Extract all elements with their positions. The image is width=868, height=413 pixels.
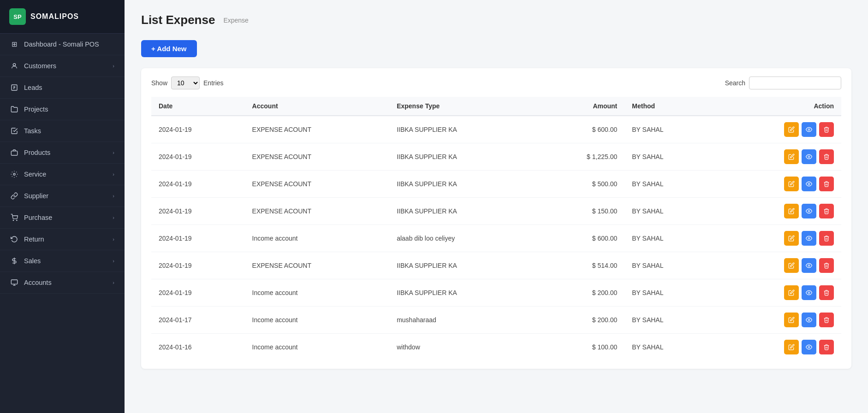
cell-actions	[715, 279, 841, 307]
view-button[interactable]	[802, 231, 816, 246]
cell-amount: $ 150.00	[536, 198, 624, 225]
view-button[interactable]	[802, 285, 816, 300]
edit-button[interactable]	[784, 313, 799, 327]
cell-amount: $ 100.00	[536, 334, 624, 361]
cell-method: BY SAHAL	[624, 143, 715, 171]
delete-button[interactable]	[819, 204, 834, 218]
cell-amount: $ 200.00	[536, 307, 624, 334]
svg-rect-10	[11, 280, 17, 284]
edit-button[interactable]	[784, 340, 799, 354]
view-button[interactable]	[802, 313, 816, 327]
sales-icon	[10, 257, 18, 265]
chevron-right-icon: ›	[113, 63, 114, 69]
edit-button[interactable]	[784, 149, 799, 164]
cell-expense-type: mushaharaad	[389, 307, 536, 334]
sidebar-item-service[interactable]: Service ›	[0, 164, 125, 185]
sidebar-item-purchase[interactable]: Purchase ›	[0, 207, 125, 229]
view-button[interactable]	[802, 122, 816, 137]
cell-expense-type: alaab dib loo celiyey	[389, 225, 536, 252]
breadcrumb: Expense	[223, 17, 248, 24]
entries-select[interactable]: 10 25 50 100	[171, 77, 200, 89]
delete-button[interactable]	[819, 149, 834, 164]
delete-button[interactable]	[819, 258, 834, 273]
cell-account: EXPENSE ACOUNT	[245, 252, 390, 279]
svg-point-13	[808, 129, 810, 130]
cell-date: 2024-01-19	[151, 116, 245, 143]
view-button[interactable]	[802, 177, 816, 191]
cell-account: EXPENSE ACOUNT	[245, 171, 390, 198]
sidebar-item-products[interactable]: Products ›	[0, 142, 125, 164]
cell-actions	[715, 252, 841, 279]
view-button[interactable]	[802, 204, 816, 218]
cell-account: Income account	[245, 225, 390, 252]
cell-date: 2024-01-19	[151, 279, 245, 307]
edit-button[interactable]	[784, 258, 799, 273]
cell-date: 2024-01-19	[151, 252, 245, 279]
leads-icon	[10, 83, 18, 92]
purchase-icon	[10, 213, 18, 222]
app-name: SOMALIPOS	[30, 12, 79, 21]
return-icon	[10, 235, 18, 243]
view-button[interactable]	[802, 258, 816, 273]
chevron-right-icon: ›	[113, 258, 114, 264]
cell-account: Income account	[245, 307, 390, 334]
cell-account: Income account	[245, 334, 390, 361]
sidebar-item-projects[interactable]: Projects	[0, 99, 125, 120]
sidebar-item-accounts[interactable]: Accounts ›	[0, 272, 125, 294]
cell-amount: $ 1,225.00	[536, 143, 624, 171]
expense-table: Date Account Expense Type Amount Method …	[151, 97, 841, 360]
search-input[interactable]	[749, 77, 841, 89]
cell-actions	[715, 198, 841, 225]
chevron-right-icon: ›	[113, 280, 114, 285]
edit-button[interactable]	[784, 122, 799, 137]
cell-expense-type: IIBKA SUPPLIER KA	[389, 252, 536, 279]
search-block: Search	[725, 77, 841, 89]
view-button[interactable]	[802, 340, 816, 354]
cell-method: BY SAHAL	[624, 225, 715, 252]
cell-method: BY SAHAL	[624, 198, 715, 225]
chevron-right-icon: ›	[113, 150, 114, 155]
edit-button[interactable]	[784, 177, 799, 191]
cell-date: 2024-01-19	[151, 225, 245, 252]
show-label: Show	[151, 79, 167, 87]
edit-button[interactable]	[784, 285, 799, 300]
table-controls: Show 10 25 50 100 Entries Search	[151, 77, 841, 89]
cell-actions	[715, 171, 841, 198]
sidebar-item-leads[interactable]: Leads	[0, 77, 125, 99]
edit-button[interactable]	[784, 231, 799, 246]
cell-actions	[715, 225, 841, 252]
delete-button[interactable]	[819, 122, 834, 137]
delete-button[interactable]	[819, 313, 834, 327]
sidebar-item-tasks[interactable]: Tasks	[0, 120, 125, 142]
cell-amount: $ 600.00	[536, 116, 624, 143]
sidebar-item-supplier[interactable]: Supplier ›	[0, 185, 125, 207]
view-button[interactable]	[802, 149, 816, 164]
sidebar-item-customers[interactable]: Customers ›	[0, 55, 125, 77]
svg-point-16	[808, 210, 810, 212]
sidebar: SP SOMALIPOS ⊞ Dashboard - Somali POS Cu…	[0, 0, 125, 413]
sidebar-item-sales[interactable]: Sales ›	[0, 250, 125, 272]
add-new-button[interactable]: + Add New	[141, 40, 197, 57]
col-expense-type: Expense Type	[389, 97, 536, 116]
col-account: Account	[245, 97, 390, 116]
supplier-icon	[10, 192, 18, 200]
cell-expense-type: IIBKA SUPPLIER KA	[389, 116, 536, 143]
search-label: Search	[725, 79, 745, 87]
svg-point-21	[808, 346, 810, 348]
sidebar-item-return[interactable]: Return ›	[0, 229, 125, 250]
show-entries-control: Show 10 25 50 100 Entries	[151, 77, 224, 89]
page-header: List Expense Expense	[141, 13, 851, 27]
chevron-right-icon: ›	[113, 236, 114, 242]
sidebar-label-customers: Customers	[24, 62, 56, 70]
dashboard-icon: ⊞	[10, 40, 18, 48]
sidebar-item-dashboard[interactable]: ⊞ Dashboard - Somali POS	[0, 34, 125, 55]
delete-button[interactable]	[819, 285, 834, 300]
delete-button[interactable]	[819, 231, 834, 246]
delete-button[interactable]	[819, 177, 834, 191]
logo-badge: SP	[9, 8, 26, 25]
table-row: 2024-01-19 EXPENSE ACOUNT IIBKA SUPPLIER…	[151, 143, 841, 171]
table-row: 2024-01-19 EXPENSE ACOUNT IIBKA SUPPLIER…	[151, 116, 841, 143]
delete-button[interactable]	[819, 340, 834, 354]
cell-method: BY SAHAL	[624, 307, 715, 334]
edit-button[interactable]	[784, 204, 799, 218]
